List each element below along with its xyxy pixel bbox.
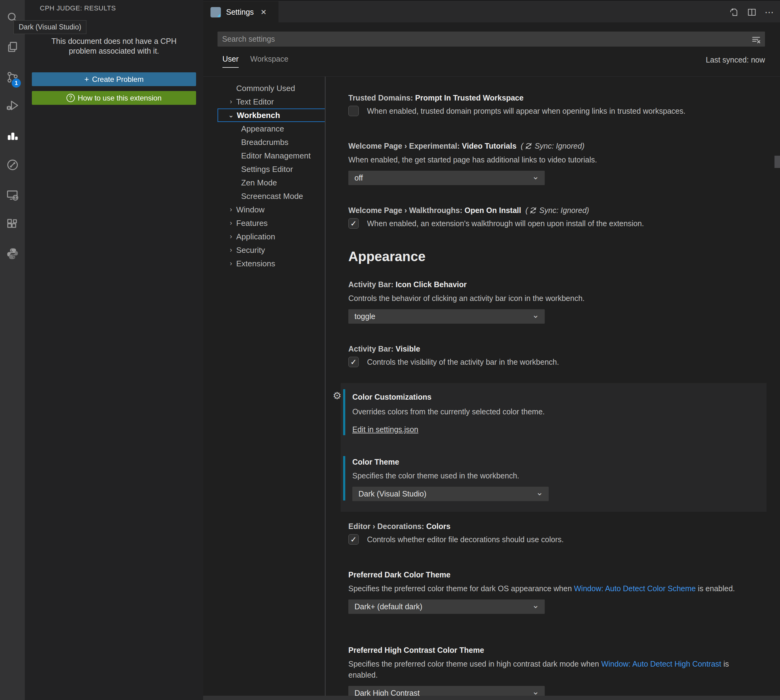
modified-indicator	[343, 389, 345, 435]
toc-label: Application	[236, 232, 275, 242]
video-tutorials-select[interactable]: off ⌄	[348, 171, 545, 185]
setting-preferred-high-contrast-theme: Preferred High Contrast Color Theme Spec…	[348, 645, 765, 700]
toc-label: Editor Management	[241, 151, 311, 161]
toc-item-features[interactable]: ›Features	[203, 217, 325, 230]
editor-area: Settings ✕ ⋯ User Workspace Last synced:…	[203, 0, 780, 700]
toc-label: Window	[236, 205, 264, 215]
python-icon[interactable]	[0, 244, 25, 263]
open-settings-json-icon[interactable]	[729, 7, 739, 17]
run-debug-icon[interactable]	[0, 96, 25, 115]
scope-tabs: User Workspace	[223, 55, 288, 68]
select-value: Dark (Visual Studio)	[358, 490, 426, 498]
toc-label: Screencast Mode	[241, 192, 303, 201]
setting-preferred-dark-color-theme: Preferred Dark Color Theme Specifies the…	[348, 570, 765, 614]
activity-bar-visible-checkbox[interactable]	[348, 357, 359, 367]
toc-label: Text Editor	[236, 97, 274, 107]
search-settings-input[interactable]	[218, 32, 765, 47]
setting-title: Preferred High Contrast Color Theme	[348, 645, 765, 655]
create-problem-label: Create Problem	[92, 75, 144, 84]
preferred-dark-theme-select[interactable]: Dark+ (default dark) ⌄	[348, 600, 545, 614]
toc-item-text-editor[interactable]: ›Text Editor	[203, 95, 325, 108]
chevron-right-icon: ›	[227, 260, 235, 268]
setting-color-customizations: Color Customizations Overrides colors fr…	[352, 392, 750, 434]
plus-icon: +	[84, 75, 89, 84]
last-synced-status: Last synced: now	[706, 55, 765, 64]
question-icon: ?	[67, 94, 75, 102]
toc-item-screencast-mode[interactable]: Screencast Mode	[203, 189, 325, 203]
run-graph-circle-icon[interactable]	[0, 155, 25, 175]
chevron-down-icon: ⌄	[532, 171, 539, 182]
split-editor-icon[interactable]	[747, 7, 757, 17]
close-icon[interactable]: ✕	[260, 8, 266, 17]
toc-item-zen-mode[interactable]: Zen Mode	[203, 176, 325, 189]
explorer-copy-icon[interactable]	[0, 37, 25, 57]
how-to-use-label: How to use this extension	[78, 94, 161, 102]
create-problem-button[interactable]: + Create Problem	[32, 72, 196, 86]
setting-description: Controls whether editor file decorations…	[367, 534, 564, 545]
select-value: off	[354, 173, 363, 182]
walkthroughs-checkbox[interactable]	[348, 218, 359, 228]
remote-explorer-icon[interactable]	[0, 185, 25, 205]
toc-item-extensions[interactable]: ›Extensions	[203, 257, 325, 270]
tab-bar: Settings ✕ ⋯	[203, 0, 780, 22]
toc-item-application[interactable]: ›Application	[203, 230, 325, 243]
settings-list: Trusted Domains: Prompt In Trusted Works…	[326, 77, 780, 700]
setting-title: Preferred Dark Color Theme	[348, 570, 765, 580]
setting-icon-click-behavior: Activity Bar: Icon Click Behavior Contro…	[348, 280, 765, 323]
scope-tab-workspace[interactable]: Workspace	[250, 55, 289, 68]
toc-item-workbench[interactable]: ⌄Workbench	[218, 108, 325, 122]
section-heading-appearance: Appearance	[348, 249, 765, 264]
setting-title: Trusted Domains: Prompt In Trusted Works…	[348, 93, 765, 103]
setting-decorations-colors: Editor › Decorations: Colors Controls wh…	[348, 521, 765, 545]
search-settings-box	[218, 32, 765, 47]
icon-click-behavior-select[interactable]: toggle ⌄	[348, 309, 545, 323]
editor-actions: ⋯	[729, 1, 775, 23]
toc-item-commonly-used[interactable]: Commonly Used	[203, 82, 325, 95]
toc-item-appearance[interactable]: Appearance	[203, 122, 325, 135]
color-theme-tooltip: Dark (Visual Studio)	[13, 20, 86, 34]
auto-detect-high-contrast-link[interactable]: Window: Auto Detect High Contrast	[601, 660, 721, 668]
setting-description: When enabled, trusted domain prompts wil…	[367, 105, 685, 117]
toc-item-editor-management[interactable]: Editor Management	[203, 149, 325, 162]
settings-file-icon	[210, 7, 221, 17]
how-to-use-button[interactable]: ? How to use this extension	[32, 91, 196, 105]
setting-description: Controls the visibility of the activity …	[367, 357, 559, 367]
sync-ignored-label: (Sync: Ignored)	[526, 206, 589, 215]
source-control-icon[interactable]: 1	[0, 67, 25, 87]
auto-detect-color-scheme-link[interactable]: Window: Auto Detect Color Scheme	[574, 584, 696, 593]
toc-label: Security	[236, 245, 265, 255]
setting-description: Specifies the preferred color theme used…	[348, 658, 747, 680]
toc-item-settings-editor[interactable]: Settings Editor	[203, 162, 325, 176]
toc-item-security[interactable]: ›Security	[203, 243, 325, 257]
select-value: toggle	[354, 312, 375, 321]
tab-settings-label: Settings	[226, 8, 254, 17]
gear-icon[interactable]: ⚙	[333, 390, 342, 402]
modified-indicator	[343, 456, 345, 500]
color-theme-select[interactable]: Dark (Visual Studio) ⌄	[352, 487, 549, 501]
sync-ignored-icon	[524, 142, 533, 150]
setting-title: Color Customizations	[352, 392, 750, 402]
toc-label: Workbench	[237, 111, 280, 120]
scope-tab-user[interactable]: User	[223, 55, 239, 68]
extensions-icon[interactable]	[0, 215, 25, 234]
setting-title: Activity Bar: Visible	[348, 344, 765, 354]
setting-video-tutorials: Welcome Page › Experimental: Video Tutor…	[348, 141, 765, 185]
edit-in-settings-json-link[interactable]: Edit in settings.json	[352, 425, 418, 434]
trusted-domains-checkbox[interactable]	[348, 106, 359, 116]
scrollbar-thumb[interactable]	[775, 156, 780, 168]
cph-results-chart-icon[interactable]	[0, 125, 25, 145]
setting-description: Overrides colors from the currently sele…	[352, 406, 750, 417]
toc-label: Appearance	[241, 124, 284, 133]
toc-label: Extensions	[236, 259, 275, 268]
more-actions-icon[interactable]: ⋯	[765, 7, 775, 17]
setting-title: Color Theme	[352, 457, 750, 467]
toc-item-window[interactable]: ›Window	[203, 203, 325, 217]
filter-icon[interactable]	[751, 34, 761, 45]
section-title: Appearance	[348, 249, 765, 264]
tab-settings[interactable]: Settings ✕	[203, 1, 278, 23]
decorations-colors-checkbox[interactable]	[348, 534, 359, 545]
setting-title: Activity Bar: Icon Click Behavior	[348, 280, 765, 289]
vscode-window: 1 CPH JUDGE: RESULTS This document does …	[0, 0, 780, 700]
toc-item-breadcrumbs[interactable]: Breadcrumbs	[203, 135, 325, 149]
settings-header: User Workspace Last synced: now	[203, 22, 780, 77]
